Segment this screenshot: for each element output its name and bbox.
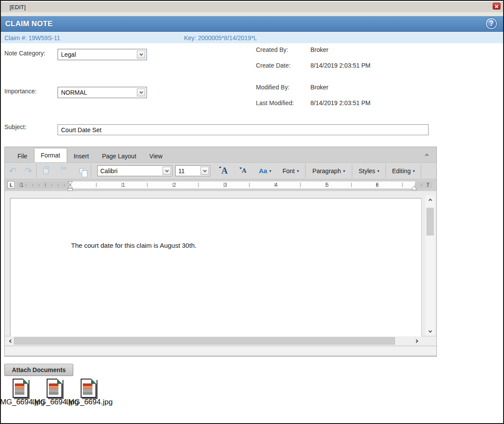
- folded-corner-icon: [23, 379, 28, 384]
- window-title: [EDIT]: [10, 4, 26, 10]
- close-icon[interactable]: [493, 3, 501, 10]
- created-by-label: Created By:: [256, 46, 288, 53]
- created-by-value: Broker: [310, 46, 328, 53]
- modified-by-label: Modified By:: [256, 84, 289, 91]
- image-thumbnail: [15, 383, 24, 395]
- claim-key: Key: 2000005*8/14/2019*L: [184, 34, 257, 41]
- help-icon[interactable]: ?: [485, 17, 497, 30]
- shrink-font-button[interactable]: A: [235, 164, 254, 178]
- attached-file[interactable]: IMG_6694.jpg: [13, 379, 30, 407]
- note-category-label: Note Category:: [4, 50, 45, 57]
- document-page[interactable]: The court date for this claim is August …: [10, 198, 422, 336]
- claim-note-window: [EDIT] CLAIM NOTE ? Claim #: 19W59S-11 K…: [0, 0, 504, 424]
- cut-icon[interactable]: ✂: [55, 164, 72, 178]
- page-title: CLAIM NOTE: [5, 20, 53, 28]
- toolbar-divider: [421, 164, 421, 178]
- rich-text-editor: File Format Insert Page Layout View ↶ ↷ …: [4, 147, 437, 357]
- redo-icon[interactable]: ↷: [20, 164, 36, 178]
- font-name-select[interactable]: Calibri: [97, 165, 172, 176]
- ruler: L 1 1 2 3 4 5 6 7: [5, 179, 436, 191]
- claim-number: Claim #: 19W59S-11: [4, 34, 60, 41]
- toolbar-divider: [91, 164, 91, 178]
- window-titlebar: [EDIT]: [1, 2, 503, 12]
- vertical-scrollbar[interactable]: [426, 195, 435, 336]
- modified-by-value: Broker: [310, 84, 328, 91]
- chevron-down-icon[interactable]: [137, 89, 145, 96]
- importance-select[interactable]: NORMAL: [58, 87, 147, 98]
- editor-toolbar: ↶ ↷ ✂ Calibri 11 A A Aa ▾: [5, 163, 436, 179]
- folded-corner-icon: [57, 379, 62, 384]
- grow-font-button[interactable]: A: [215, 164, 235, 178]
- page-header: CLAIM NOTE ?: [1, 16, 503, 32]
- vertical-scroll-thumb[interactable]: [426, 208, 434, 236]
- jpg-file-icon[interactable]: [47, 379, 62, 398]
- last-modified-label: Last Modified:: [256, 99, 294, 106]
- note-category-select[interactable]: Legal: [58, 49, 147, 60]
- copy-icon[interactable]: [72, 164, 91, 178]
- horizontal-scrollbar[interactable]: [5, 336, 436, 345]
- claim-info-bar: Claim #: 19W59S-11 Key: 2000005*8/14/201…: [1, 32, 503, 43]
- create-date-label: Create Date:: [256, 62, 290, 69]
- editor-content-area: The court date for this claim is August …: [5, 191, 436, 336]
- paragraph-menu-button[interactable]: Paragraph ▾: [306, 164, 352, 178]
- editor-tab-bar: File Format Insert Page Layout View: [5, 147, 436, 163]
- titlebar-divider: [1, 12, 503, 16]
- note-body-text: The court date for this claim is August …: [71, 242, 197, 249]
- change-case-button[interactable]: Aa ▾: [254, 164, 276, 178]
- attach-documents-button[interactable]: Attach Documents: [4, 364, 73, 376]
- paste-icon[interactable]: [37, 164, 55, 178]
- chevron-down-icon[interactable]: [201, 167, 209, 175]
- tab-file[interactable]: File: [11, 150, 34, 162]
- attached-file[interactable]: IMG_6694.jpg: [47, 379, 64, 407]
- tab-page-layout[interactable]: Page Layout: [95, 150, 143, 162]
- jpg-file-icon[interactable]: [81, 379, 96, 398]
- importance-label: Importance:: [4, 88, 37, 95]
- editing-menu-button[interactable]: Editing ▾: [386, 164, 421, 178]
- jpg-file-icon[interactable]: [13, 379, 28, 398]
- file-name[interactable]: IMG_6694.jpg: [66, 398, 113, 407]
- tab-insert[interactable]: Insert: [67, 150, 95, 162]
- tab-stop-selector[interactable]: L: [7, 181, 15, 188]
- image-thumbnail: [83, 383, 92, 395]
- scroll-up-icon[interactable]: [426, 195, 435, 204]
- chevron-down-icon[interactable]: [163, 167, 171, 175]
- ruler-strip: 1 1 2 3 4 5 6 7: [16, 181, 432, 188]
- subject-input[interactable]: [58, 124, 429, 135]
- indent-marker-icon[interactable]: [67, 181, 73, 193]
- font-menu-button[interactable]: Font ▾: [276, 164, 305, 178]
- scroll-down-icon[interactable]: [426, 327, 435, 336]
- subject-label: Subject:: [4, 123, 27, 130]
- font-size-select[interactable]: 11: [175, 165, 210, 176]
- horizontal-scroll-thumb[interactable]: [14, 337, 395, 345]
- chevron-down-icon[interactable]: [137, 51, 145, 58]
- create-date-value: 8/14/2019 2:03:51 PM: [310, 62, 371, 69]
- tab-format[interactable]: Format: [34, 148, 67, 162]
- image-thumbnail: [49, 383, 58, 395]
- last-modified-value: 8/14/2019 2:03:51 PM: [310, 99, 371, 106]
- folded-corner-icon: [91, 379, 96, 384]
- tab-view[interactable]: View: [143, 150, 169, 162]
- attached-file[interactable]: IMG_6694.jpg: [81, 379, 98, 407]
- scroll-right-icon[interactable]: [412, 336, 421, 345]
- right-indent-marker-icon[interactable]: [411, 185, 418, 192]
- styles-menu-button[interactable]: Styles ▾: [352, 164, 385, 178]
- editor-status-bar: [5, 346, 436, 355]
- collapse-ribbon-icon[interactable]: [422, 150, 431, 159]
- undo-icon[interactable]: ↶: [5, 164, 20, 178]
